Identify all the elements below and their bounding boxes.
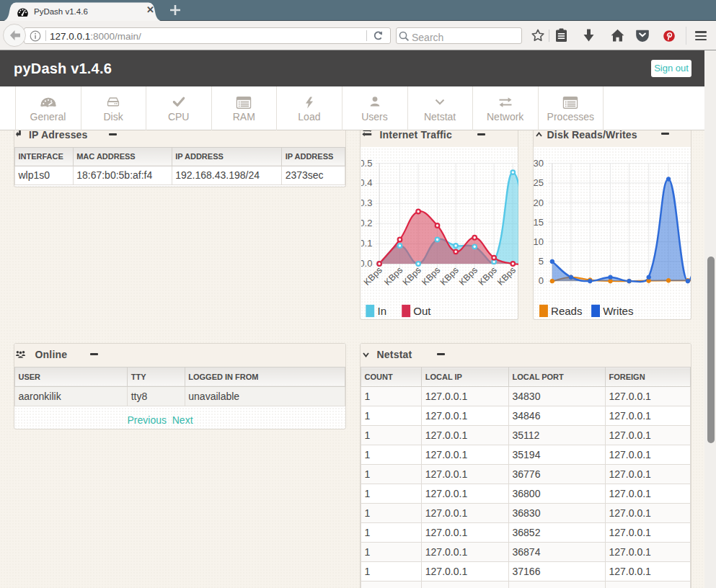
- svg-text:0.2: 0.2: [361, 218, 372, 228]
- svg-text:0.3: 0.3: [361, 197, 372, 208]
- svg-text:0.0: 0.0: [361, 258, 372, 269]
- svg-text:KBps: KBps: [456, 264, 479, 287]
- svg-text:25: 25: [534, 177, 544, 188]
- svg-text:15: 15: [534, 216, 544, 227]
- svg-text:0.5: 0.5: [361, 157, 372, 168]
- svg-text:KBps: KBps: [495, 264, 518, 287]
- svg-text:20: 20: [534, 197, 544, 208]
- svg-text:KBps: KBps: [438, 264, 460, 287]
- svg-text:0: 0: [539, 275, 544, 286]
- svg-text:Reads: Reads: [551, 304, 582, 316]
- svg-text:Out: Out: [413, 304, 431, 316]
- svg-text:In: In: [377, 304, 386, 316]
- svg-text:10: 10: [534, 236, 544, 247]
- svg-text:KBps: KBps: [476, 264, 498, 287]
- svg-text:0.1: 0.1: [361, 238, 372, 249]
- svg-text:0.4: 0.4: [361, 177, 372, 188]
- svg-text:Writes: Writes: [603, 304, 633, 316]
- svg-text:30: 30: [534, 158, 544, 169]
- svg-text:KBps: KBps: [420, 264, 442, 287]
- svg-text:KBps: KBps: [382, 264, 405, 287]
- svg-text:5: 5: [539, 256, 544, 267]
- svg-text:KBps: KBps: [400, 264, 423, 287]
